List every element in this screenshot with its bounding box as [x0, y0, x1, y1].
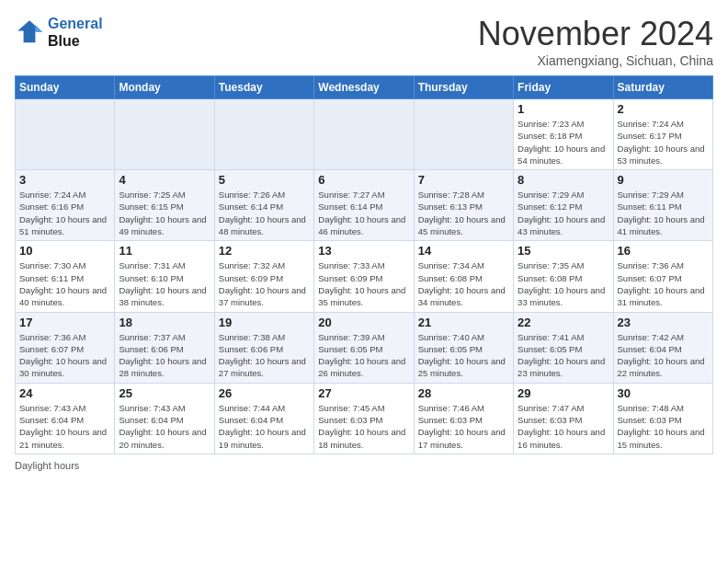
day-number: 29	[518, 386, 609, 400]
calendar-cell: 4Sunrise: 7:25 AM Sunset: 6:15 PM Daylig…	[115, 170, 214, 241]
day-number: 14	[418, 244, 509, 258]
svg-marker-1	[35, 25, 42, 32]
logo-icon	[15, 17, 44, 47]
calendar-cell: 5Sunrise: 7:26 AM Sunset: 6:14 PM Daylig…	[214, 170, 313, 241]
calendar-cell: 21Sunrise: 7:40 AM Sunset: 6:05 PM Dayli…	[414, 312, 513, 383]
calendar-cell: 1Sunrise: 7:23 AM Sunset: 6:18 PM Daylig…	[514, 99, 613, 170]
day-info: Sunrise: 7:31 AM Sunset: 6:10 PM Dayligh…	[119, 259, 210, 308]
month-title: November 2024	[478, 15, 713, 53]
day-number: 28	[418, 386, 509, 400]
calendar-cell: 29Sunrise: 7:47 AM Sunset: 6:03 PM Dayli…	[514, 383, 613, 454]
day-number: 23	[618, 316, 709, 329]
calendar-table: SundayMondayTuesdayWednesdayThursdayFrid…	[15, 75, 713, 454]
title-block: November 2024 Xiamengxiang, Sichuan, Chi…	[478, 15, 713, 68]
day-info: Sunrise: 7:44 AM Sunset: 6:04 PM Dayligh…	[219, 402, 310, 451]
calendar-cell: 10Sunrise: 7:30 AM Sunset: 6:11 PM Dayli…	[16, 241, 115, 312]
day-number: 30	[618, 386, 709, 400]
day-number: 11	[119, 244, 210, 258]
day-info: Sunrise: 7:32 AM Sunset: 6:09 PM Dayligh…	[219, 259, 310, 308]
day-info: Sunrise: 7:46 AM Sunset: 6:03 PM Dayligh…	[418, 402, 509, 451]
calendar-cell: 11Sunrise: 7:31 AM Sunset: 6:10 PM Dayli…	[115, 241, 214, 312]
day-info: Sunrise: 7:29 AM Sunset: 6:11 PM Dayligh…	[618, 189, 709, 237]
day-info: Sunrise: 7:26 AM Sunset: 6:14 PM Dayligh…	[219, 189, 310, 237]
calendar-cell	[314, 99, 414, 170]
logo-line2: Blue	[48, 33, 80, 49]
calendar-cell: 14Sunrise: 7:34 AM Sunset: 6:08 PM Dayli…	[414, 241, 513, 312]
day-header-saturday: Saturday	[613, 76, 712, 99]
calendar-cell	[414, 99, 513, 170]
calendar-cell: 7Sunrise: 7:28 AM Sunset: 6:13 PM Daylig…	[414, 170, 513, 241]
day-info: Sunrise: 7:34 AM Sunset: 6:08 PM Dayligh…	[418, 259, 509, 308]
day-info: Sunrise: 7:25 AM Sunset: 6:15 PM Dayligh…	[119, 189, 210, 237]
calendar-cell	[214, 99, 313, 170]
day-header-sunday: Sunday	[16, 76, 115, 99]
calendar-cell: 3Sunrise: 7:24 AM Sunset: 6:16 PM Daylig…	[16, 170, 115, 241]
day-info: Sunrise: 7:33 AM Sunset: 6:09 PM Dayligh…	[318, 259, 409, 308]
day-number: 3	[19, 173, 110, 187]
day-info: Sunrise: 7:42 AM Sunset: 6:04 PM Dayligh…	[618, 331, 709, 380]
calendar-cell: 13Sunrise: 7:33 AM Sunset: 6:09 PM Dayli…	[314, 241, 414, 312]
calendar-header-row: SundayMondayTuesdayWednesdayThursdayFrid…	[16, 76, 713, 99]
day-number: 21	[418, 316, 509, 329]
calendar-week-1: 3Sunrise: 7:24 AM Sunset: 6:16 PM Daylig…	[16, 170, 713, 241]
calendar-cell	[16, 99, 115, 170]
day-info: Sunrise: 7:41 AM Sunset: 6:05 PM Dayligh…	[518, 331, 609, 380]
calendar-cell: 22Sunrise: 7:41 AM Sunset: 6:05 PM Dayli…	[514, 312, 613, 383]
calendar-cell: 24Sunrise: 7:43 AM Sunset: 6:04 PM Dayli…	[16, 383, 115, 454]
logo: General Blue	[15, 15, 103, 50]
footer: Daylight hours	[15, 460, 713, 471]
location: Xiamengxiang, Sichuan, China	[478, 53, 713, 68]
day-info: Sunrise: 7:35 AM Sunset: 6:08 PM Dayligh…	[518, 259, 609, 308]
day-number: 10	[19, 244, 110, 258]
calendar-week-4: 24Sunrise: 7:43 AM Sunset: 6:04 PM Dayli…	[16, 383, 713, 454]
day-info: Sunrise: 7:43 AM Sunset: 6:04 PM Dayligh…	[119, 402, 210, 451]
calendar-week-2: 10Sunrise: 7:30 AM Sunset: 6:11 PM Dayli…	[16, 241, 713, 312]
day-number: 7	[418, 173, 509, 187]
calendar-cell: 20Sunrise: 7:39 AM Sunset: 6:05 PM Dayli…	[314, 312, 414, 383]
day-number: 26	[219, 386, 310, 400]
calendar-cell: 23Sunrise: 7:42 AM Sunset: 6:04 PM Dayli…	[613, 312, 712, 383]
day-info: Sunrise: 7:23 AM Sunset: 6:18 PM Dayligh…	[518, 118, 609, 167]
calendar-cell: 18Sunrise: 7:37 AM Sunset: 6:06 PM Dayli…	[115, 312, 214, 383]
day-info: Sunrise: 7:48 AM Sunset: 6:03 PM Dayligh…	[618, 402, 709, 451]
day-number: 13	[318, 244, 409, 258]
calendar-cell	[115, 99, 214, 170]
calendar-cell: 8Sunrise: 7:29 AM Sunset: 6:12 PM Daylig…	[514, 170, 613, 241]
day-number: 8	[518, 173, 609, 187]
day-number: 9	[618, 173, 709, 187]
calendar-week-0: 1Sunrise: 7:23 AM Sunset: 6:18 PM Daylig…	[16, 99, 713, 170]
day-number: 15	[518, 244, 609, 258]
calendar-cell: 19Sunrise: 7:38 AM Sunset: 6:06 PM Dayli…	[214, 312, 313, 383]
calendar-cell: 2Sunrise: 7:24 AM Sunset: 6:17 PM Daylig…	[613, 99, 712, 170]
day-info: Sunrise: 7:28 AM Sunset: 6:13 PM Dayligh…	[418, 189, 509, 237]
page-header: General Blue November 2024 Xiamengxiang,…	[15, 15, 713, 68]
day-info: Sunrise: 7:45 AM Sunset: 6:03 PM Dayligh…	[318, 402, 409, 451]
day-number: 2	[618, 102, 709, 116]
daylight-label: Daylight hours	[15, 460, 79, 471]
calendar-body: 1Sunrise: 7:23 AM Sunset: 6:18 PM Daylig…	[16, 99, 713, 454]
day-number: 16	[618, 244, 709, 258]
day-info: Sunrise: 7:47 AM Sunset: 6:03 PM Dayligh…	[518, 402, 609, 451]
day-info: Sunrise: 7:38 AM Sunset: 6:06 PM Dayligh…	[219, 331, 310, 380]
calendar-cell: 28Sunrise: 7:46 AM Sunset: 6:03 PM Dayli…	[414, 383, 513, 454]
day-number: 18	[119, 316, 210, 329]
day-number: 22	[518, 316, 609, 329]
day-number: 24	[19, 386, 110, 400]
day-number: 1	[518, 102, 609, 116]
day-header-friday: Friday	[514, 76, 613, 99]
day-info: Sunrise: 7:36 AM Sunset: 6:07 PM Dayligh…	[19, 331, 110, 380]
day-info: Sunrise: 7:27 AM Sunset: 6:14 PM Dayligh…	[318, 189, 409, 237]
calendar-cell: 12Sunrise: 7:32 AM Sunset: 6:09 PM Dayli…	[214, 241, 313, 312]
day-info: Sunrise: 7:30 AM Sunset: 6:11 PM Dayligh…	[19, 259, 110, 308]
calendar-cell: 25Sunrise: 7:43 AM Sunset: 6:04 PM Dayli…	[115, 383, 214, 454]
day-header-monday: Monday	[115, 76, 214, 99]
day-info: Sunrise: 7:40 AM Sunset: 6:05 PM Dayligh…	[418, 331, 509, 380]
day-number: 25	[119, 386, 210, 400]
day-number: 6	[318, 173, 409, 187]
calendar-week-3: 17Sunrise: 7:36 AM Sunset: 6:07 PM Dayli…	[16, 312, 713, 383]
day-info: Sunrise: 7:43 AM Sunset: 6:04 PM Dayligh…	[19, 402, 110, 451]
day-number: 20	[318, 316, 409, 329]
day-info: Sunrise: 7:24 AM Sunset: 6:17 PM Dayligh…	[618, 118, 709, 167]
calendar-cell: 6Sunrise: 7:27 AM Sunset: 6:14 PM Daylig…	[314, 170, 414, 241]
calendar-cell: 17Sunrise: 7:36 AM Sunset: 6:07 PM Dayli…	[16, 312, 115, 383]
